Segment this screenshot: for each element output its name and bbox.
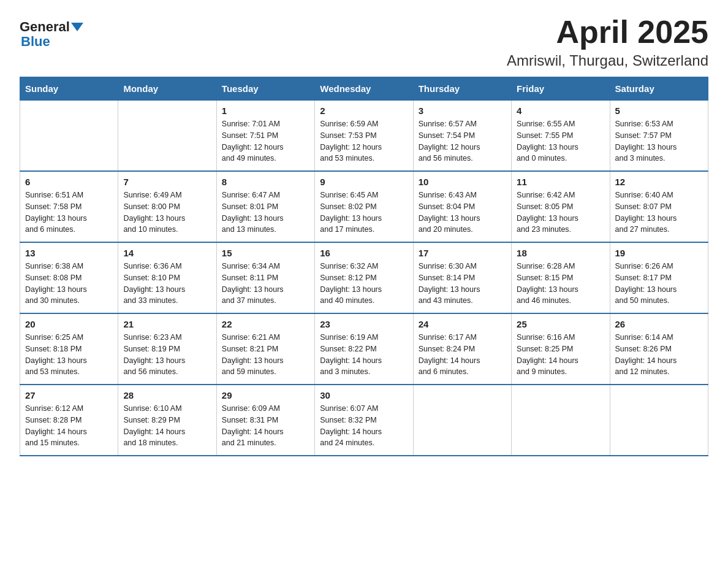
day-info-line: Sunset: 8:29 PM: [123, 416, 180, 424]
day-cell: [20, 101, 118, 172]
day-info: Sunrise: 6:49 AMSunset: 8:00 PMDaylight:…: [123, 190, 211, 236]
calendar-table: SundayMondayTuesdayWednesdayThursdayFrid…: [20, 77, 708, 456]
day-cell: 24Sunrise: 6:17 AMSunset: 8:24 PMDayligh…: [413, 313, 511, 385]
week-row-4: 20Sunrise: 6:25 AMSunset: 8:18 PMDayligh…: [20, 313, 708, 385]
day-info-line: Sunrise: 6:45 AM: [320, 191, 378, 199]
day-info-line: Sunrise: 6:26 AM: [615, 262, 673, 270]
day-info-line: Sunrise: 6:10 AM: [123, 404, 181, 413]
day-info: Sunrise: 6:14 AMSunset: 8:26 PMDaylight:…: [615, 332, 703, 378]
day-cell: 4Sunrise: 6:55 AMSunset: 7:55 PMDaylight…: [512, 101, 610, 172]
day-info: Sunrise: 6:57 AMSunset: 7:54 PMDaylight:…: [419, 118, 506, 164]
day-info-line: Sunrise: 6:49 AM: [123, 191, 181, 199]
day-info: Sunrise: 6:30 AMSunset: 8:14 PMDaylight:…: [419, 261, 506, 307]
day-info-line: and 20 minutes.: [419, 225, 473, 234]
day-info-line: and 53 minutes.: [25, 367, 80, 376]
header-cell-friday: Friday: [512, 77, 610, 101]
day-cell: 28Sunrise: 6:10 AMSunset: 8:29 PMDayligh…: [118, 385, 216, 456]
day-info-line: Sunset: 8:21 PM: [222, 345, 278, 353]
day-number: 27: [25, 390, 113, 400]
day-cell: [610, 385, 708, 456]
header-cell-saturday: Saturday: [610, 77, 708, 101]
day-number: 5: [615, 105, 703, 116]
day-cell: 6Sunrise: 6:51 AMSunset: 7:58 PMDaylight…: [20, 171, 118, 242]
day-info-line: Sunrise: 6:09 AM: [222, 404, 280, 413]
day-info-line: and 33 minutes.: [123, 296, 178, 305]
day-info-line: Daylight: 13 hours: [320, 214, 382, 223]
day-info: Sunrise: 6:23 AMSunset: 8:19 PMDaylight:…: [123, 332, 211, 378]
day-info-line: Daylight: 13 hours: [123, 285, 185, 294]
day-info-line: Sunrise: 6:57 AM: [419, 120, 477, 128]
day-cell: 19Sunrise: 6:26 AMSunset: 8:17 PMDayligh…: [610, 242, 708, 313]
day-info-line: Daylight: 12 hours: [222, 143, 284, 151]
day-info-line: Sunrise: 6:42 AM: [517, 191, 575, 199]
day-info-line: and 53 minutes.: [320, 154, 374, 163]
day-info: Sunrise: 6:07 AMSunset: 8:32 PMDaylight:…: [320, 403, 408, 449]
day-number: 10: [419, 177, 506, 187]
header-cell-thursday: Thursday: [413, 77, 511, 101]
day-info-line: and 10 minutes.: [123, 225, 178, 234]
day-info-line: Sunrise: 6:16 AM: [517, 333, 575, 342]
day-info-line: Sunrise: 6:30 AM: [419, 262, 477, 270]
day-info: Sunrise: 6:26 AMSunset: 8:17 PMDaylight:…: [615, 261, 703, 307]
week-row-5: 27Sunrise: 6:12 AMSunset: 8:28 PMDayligh…: [20, 385, 708, 456]
day-cell: 25Sunrise: 6:16 AMSunset: 8:25 PMDayligh…: [512, 313, 610, 385]
day-number: 8: [222, 177, 309, 187]
day-info-line: and 30 minutes.: [25, 296, 80, 305]
day-cell: 12Sunrise: 6:40 AMSunset: 8:07 PMDayligh…: [610, 171, 708, 242]
day-info-line: and 17 minutes.: [320, 225, 374, 234]
day-info-line: Daylight: 13 hours: [222, 214, 284, 223]
day-info-line: and 56 minutes.: [123, 367, 178, 376]
day-info-line: Daylight: 14 hours: [320, 427, 382, 436]
day-info-line: and 15 minutes.: [25, 439, 80, 447]
day-info: Sunrise: 7:01 AMSunset: 7:51 PMDaylight:…: [222, 118, 309, 164]
day-cell: 27Sunrise: 6:12 AMSunset: 8:28 PMDayligh…: [20, 385, 118, 456]
day-info-line: and 3 minutes.: [615, 154, 665, 163]
day-info-line: Sunset: 7:54 PM: [419, 131, 475, 140]
day-number: 20: [25, 319, 113, 329]
day-number: 11: [517, 177, 604, 187]
day-info-line: Daylight: 13 hours: [615, 143, 677, 151]
day-info-line: and 27 minutes.: [615, 225, 670, 234]
day-info: Sunrise: 6:16 AMSunset: 8:25 PMDaylight:…: [517, 332, 604, 378]
day-info-line: Sunset: 8:12 PM: [320, 274, 376, 282]
day-info-line: and 49 minutes.: [222, 154, 276, 163]
day-number: 13: [25, 248, 113, 258]
day-info-line: Sunset: 8:24 PM: [419, 345, 475, 353]
day-cell: 7Sunrise: 6:49 AMSunset: 8:00 PMDaylight…: [118, 171, 216, 242]
day-cell: 13Sunrise: 6:38 AMSunset: 8:08 PMDayligh…: [20, 242, 118, 313]
day-number: 26: [615, 319, 703, 329]
day-info-line: Daylight: 14 hours: [615, 356, 677, 365]
day-info-line: Sunrise: 6:17 AM: [419, 333, 477, 342]
day-number: 15: [222, 248, 309, 258]
day-info-line: and 6 minutes.: [25, 225, 75, 234]
day-info-line: and 43 minutes.: [419, 296, 473, 305]
day-info-line: and 56 minutes.: [419, 154, 473, 163]
day-info-line: Daylight: 13 hours: [517, 285, 578, 294]
day-info-line: Sunrise: 7:01 AM: [222, 120, 280, 128]
day-info-line: Daylight: 13 hours: [615, 285, 677, 294]
day-info: Sunrise: 6:47 AMSunset: 8:01 PMDaylight:…: [222, 190, 309, 236]
day-info: Sunrise: 6:12 AMSunset: 8:28 PMDaylight:…: [25, 403, 113, 449]
day-info-line: Daylight: 13 hours: [25, 214, 87, 223]
day-info-line: Sunrise: 6:47 AM: [222, 191, 280, 199]
day-number: 17: [419, 248, 506, 258]
day-info-line: Daylight: 12 hours: [419, 143, 480, 151]
day-info-line: Sunrise: 6:14 AM: [615, 333, 673, 342]
day-info: Sunrise: 6:38 AMSunset: 8:08 PMDaylight:…: [25, 261, 113, 307]
day-number: 16: [320, 248, 408, 258]
day-info-line: Sunrise: 6:51 AM: [25, 191, 83, 199]
logo-triangle-icon: [71, 23, 83, 31]
day-info-line: Sunset: 8:18 PM: [25, 345, 82, 353]
day-cell: 9Sunrise: 6:45 AMSunset: 8:02 PMDaylight…: [315, 171, 413, 242]
day-info: Sunrise: 6:59 AMSunset: 7:53 PMDaylight:…: [320, 118, 408, 164]
day-info-line: Daylight: 14 hours: [222, 427, 284, 436]
page-header: General Blue April 2025 Amriswil, Thurga…: [20, 15, 708, 69]
day-info-line: Sunrise: 6:34 AM: [222, 262, 280, 270]
day-info-line: Daylight: 13 hours: [123, 214, 185, 223]
day-info-line: Daylight: 13 hours: [419, 285, 480, 294]
day-info-line: and 37 minutes.: [222, 296, 276, 305]
day-info-line: Daylight: 13 hours: [517, 143, 578, 151]
day-info-line: Sunset: 8:07 PM: [615, 202, 672, 211]
day-info-line: and 23 minutes.: [517, 225, 571, 234]
day-cell: 17Sunrise: 6:30 AMSunset: 8:14 PMDayligh…: [413, 242, 511, 313]
